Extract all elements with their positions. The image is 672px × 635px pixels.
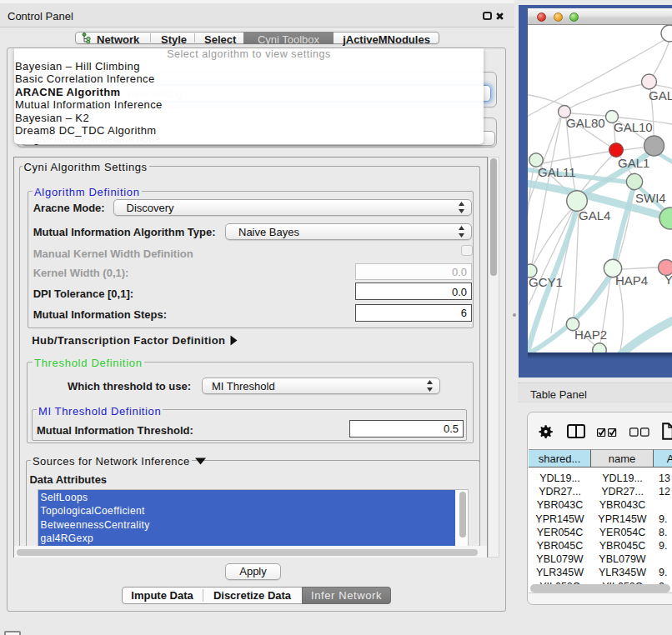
svg-text:GAL7: GAL7 [649,88,672,102]
svg-text:HAP4: HAP4 [615,273,648,288]
svg-text:GAL11: GAL11 [538,165,576,179]
svg-text:HAP2: HAP2 [574,328,607,342]
svg-text:GAL1: GAL1 [618,156,649,170]
svg-text:GCY1: GCY1 [529,275,563,289]
svg-text:GAL10: GAL10 [614,120,653,134]
svg-text:YJ: YJ [664,272,672,287]
svg-text:GAL80: GAL80 [566,116,605,130]
svg-text:GAL4: GAL4 [579,208,610,222]
svg-text:SWI4: SWI4 [635,191,666,205]
